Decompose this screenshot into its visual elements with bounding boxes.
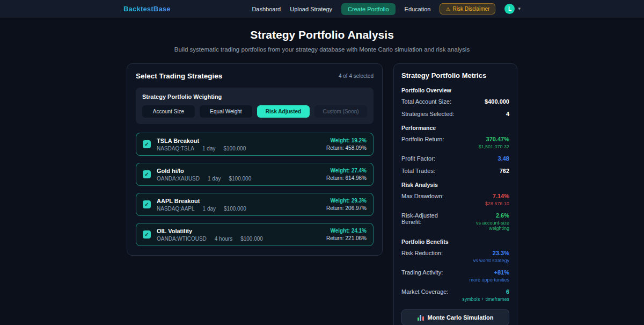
risk-disclaimer-badge[interactable]: ⚠ Risk Disclaimer xyxy=(440,3,495,15)
strategy-account: $100.000 xyxy=(224,146,246,151)
strategy-card[interactable]: ✓AAPL BreakoutNASDAQ:AAPL1 day$100.000We… xyxy=(136,193,374,216)
strategy-stats: Weight: 24.1%Return: 221.06% xyxy=(326,228,367,241)
metric-value-main: 7.14% xyxy=(485,193,509,199)
metric-value-sub: $28,576.10 xyxy=(485,201,509,206)
metric-value: 23.3%vs worst strategy xyxy=(473,250,509,263)
nav-links: DashboardUpload StrategyCreate Portfolio… xyxy=(252,3,430,15)
metric-label: Trading Activity: xyxy=(401,269,443,276)
warning-icon: ⚠ xyxy=(445,6,450,12)
strategy-account: $100.000 xyxy=(229,176,251,182)
strategy-list: ✓TSLA BreakoutNASDAQ:TSLA1 day$100.000We… xyxy=(136,133,374,246)
metric-row: Trading Activity:+81%more opportunities xyxy=(401,269,509,283)
weighting-label: Strategy Portfolio Weighting xyxy=(142,93,367,100)
metrics-panel: Strategy Portfolio Metrics Portfolio Ove… xyxy=(393,63,517,325)
strategy-weight: Weight: 19.2% xyxy=(326,138,367,143)
strategy-timeframe: 1 day xyxy=(202,146,215,151)
strategy-return: Return: 614.96% xyxy=(326,175,367,181)
avatar[interactable]: L xyxy=(504,4,515,14)
metric-value-main: 2.6% xyxy=(457,212,509,219)
metric-label: Risk-Adjusted Benefit: xyxy=(401,212,457,225)
strategies-panel-title: Select Trading Strategies xyxy=(136,72,222,80)
metric-label: Risk Reduction: xyxy=(401,250,443,256)
strategy-symbol: OANDA:XAUUSD xyxy=(157,176,200,182)
metric-value: 762 xyxy=(500,168,509,174)
metric-label: Portfolio Return: xyxy=(401,136,444,142)
chevron-down-icon[interactable]: ▾ xyxy=(518,6,521,11)
strategy-info: AAPL BreakoutNASDAQ:AAPL1 day$100.000 xyxy=(157,198,326,212)
brand-logo[interactable]: BacktestBase xyxy=(123,5,171,13)
metric-value-main: +81% xyxy=(469,269,509,276)
metric-value: 3.48 xyxy=(498,155,509,162)
metric-value: 370.47%$1,501,070.32 xyxy=(478,136,509,149)
metric-row: Total Trades:762 xyxy=(401,168,509,174)
strategy-weight: Weight: 29.3% xyxy=(326,198,367,204)
metric-value: 6symbols + timeframes xyxy=(462,288,509,302)
strategy-account: $100.000 xyxy=(224,206,246,212)
strategy-checkbox[interactable]: ✓ xyxy=(143,140,151,148)
strategy-checkbox[interactable]: ✓ xyxy=(143,230,151,239)
weighting-option[interactable]: Account Size xyxy=(142,105,195,118)
metrics-section-heading: Portfolio Overview xyxy=(401,87,509,93)
metric-value-sub: more opportunities xyxy=(469,277,509,283)
strategy-stats: Weight: 19.2%Return: 458.09% xyxy=(326,138,367,151)
strategy-checkbox[interactable]: ✓ xyxy=(143,170,151,178)
metric-value: 2.6%vs account-size weighting xyxy=(457,212,509,231)
metric-row: Total Account Size:$400.000 xyxy=(401,98,509,105)
strategy-timeframe: 4 hours xyxy=(215,236,232,242)
monte-carlo-button[interactable]: Monte Carlo Simulation xyxy=(401,309,509,325)
strategy-return: Return: 458.09% xyxy=(326,145,367,151)
strategies-panel: Select Trading Strategies 4 of 4 selecte… xyxy=(127,63,383,256)
weighting-option[interactable]: Risk Adjusted xyxy=(257,105,310,118)
strategy-meta: OANDA:XAUUSD1 day$100.000 xyxy=(157,176,326,182)
strategy-timeframe: 1 day xyxy=(203,206,216,212)
metric-row: Risk Reduction:23.3%vs worst strategy xyxy=(401,250,509,263)
metric-value-main: 4 xyxy=(506,111,509,117)
strategy-symbol: NASDAQ:AAPL xyxy=(157,206,195,212)
metric-row: Profit Factor:3.48 xyxy=(401,155,509,162)
nav-item[interactable]: Upload Strategy xyxy=(290,6,332,12)
metric-value-main: 3.48 xyxy=(498,155,509,162)
strategy-meta: NASDAQ:TSLA1 day$100.000 xyxy=(157,146,326,151)
strategy-return: Return: 221.06% xyxy=(326,235,367,241)
strategy-info: TSLA BreakoutNASDAQ:TSLA1 day$100.000 xyxy=(157,138,326,151)
strategy-card[interactable]: ✓Gold hi/loOANDA:XAUUSD1 day$100.000Weig… xyxy=(136,163,374,186)
page-header: Strategy Portfolio Analysis Build system… xyxy=(0,28,644,53)
metric-value-sub: $1,501,070.32 xyxy=(478,144,509,149)
page-title: Strategy Portfolio Analysis xyxy=(0,28,644,41)
metrics-sections: Portfolio OverviewTotal Account Size:$40… xyxy=(401,87,509,302)
strategy-name: OIL Volatility xyxy=(157,228,326,234)
strategy-timeframe: 1 day xyxy=(208,176,221,182)
metrics-section-heading: Risk Analysis xyxy=(401,182,509,188)
metric-value-main: 6 xyxy=(462,288,509,295)
nav-item-active[interactable]: Create Portfolio xyxy=(341,3,395,15)
strategy-card[interactable]: ✓TSLA BreakoutNASDAQ:TSLA1 day$100.000We… xyxy=(136,133,374,156)
strategy-weight: Weight: 24.1% xyxy=(326,228,367,234)
nav-item[interactable]: Dashboard xyxy=(252,6,281,12)
metrics-panel-title: Strategy Portfolio Metrics xyxy=(401,71,509,80)
strategy-account: $100.000 xyxy=(240,236,263,242)
weighting-options: Account SizeEqual WeightRisk AdjustedCus… xyxy=(142,105,367,118)
metric-value-sub: vs account-size weighting xyxy=(457,220,509,231)
strategy-checkbox[interactable]: ✓ xyxy=(143,200,151,208)
monte-carlo-button-label: Monte Carlo Simulation xyxy=(428,314,494,321)
weighting-option[interactable]: Equal Weight xyxy=(200,105,252,118)
strategy-name: AAPL Breakout xyxy=(157,198,326,204)
metrics-section-heading: Portfolio Benefits xyxy=(401,239,509,245)
weighting-section: Strategy Portfolio Weighting Account Siz… xyxy=(136,88,374,124)
weighting-option: Custom (Soon) xyxy=(314,105,367,118)
selected-count: 4 of 4 selected xyxy=(339,73,374,79)
metric-label: Strategies Selected: xyxy=(401,111,454,117)
strategy-card[interactable]: ✓OIL VolatilityOANDA:WTICOUSD4 hours$100… xyxy=(136,223,374,246)
metric-value: +81%more opportunities xyxy=(469,269,509,283)
strategy-symbol: NASDAQ:TSLA xyxy=(157,146,194,151)
metric-label: Profit Factor: xyxy=(401,155,435,162)
bar-chart-icon xyxy=(418,315,424,321)
strategy-stats: Weight: 29.3%Return: 206.97% xyxy=(326,198,367,211)
metric-value-main: 370.47% xyxy=(478,136,509,142)
page-subtitle: Build systematic trading portfolios from… xyxy=(0,46,644,53)
user-menu[interactable]: L ▾ xyxy=(504,4,521,14)
nav-item[interactable]: Education xyxy=(405,6,431,12)
metric-label: Max Drawdown: xyxy=(401,193,444,199)
metric-row: Risk-Adjusted Benefit:2.6%vs account-siz… xyxy=(401,212,509,231)
strategy-name: TSLA Breakout xyxy=(157,138,326,144)
